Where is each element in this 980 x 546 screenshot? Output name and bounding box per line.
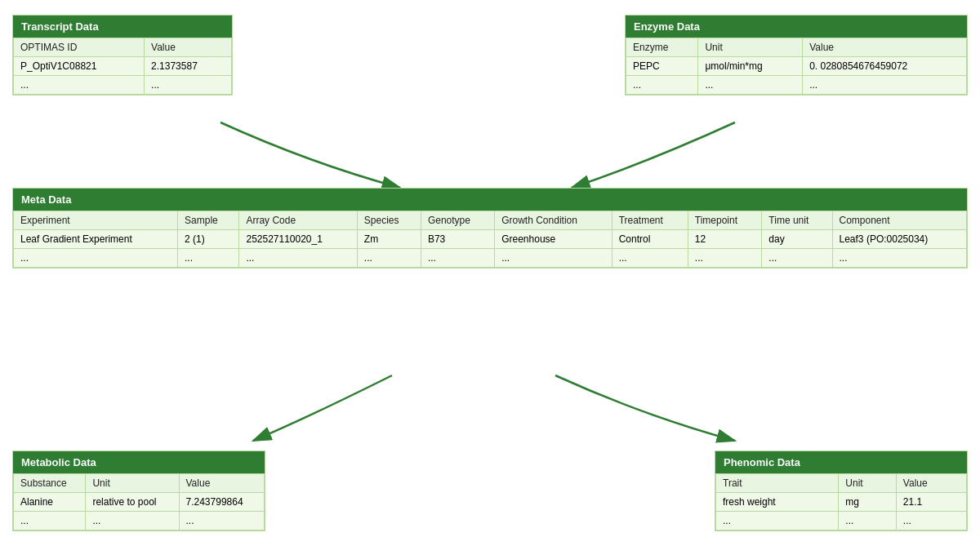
meta-col-8: Time unit bbox=[762, 211, 832, 230]
arrow-meta-to-phenomic bbox=[555, 375, 735, 441]
metabolic-cell-1-3: 7.243799864 bbox=[179, 493, 265, 512]
meta-cell-1-6: Control bbox=[612, 230, 688, 249]
phenomic-cell-1-3: 21.1 bbox=[896, 493, 966, 512]
meta-col-0: Experiment bbox=[14, 211, 178, 230]
arrow-meta-to-metabolic bbox=[253, 375, 392, 441]
meta-row-2: ... ... ... ... ... ... ... ... ... ... bbox=[14, 249, 967, 268]
phenomic-row-2: ... ... ... bbox=[716, 512, 967, 530]
arrow-enzyme-to-meta bbox=[572, 122, 735, 188]
enzyme-title: Enzyme Data bbox=[626, 16, 967, 38]
transcript-row-1: P_OptiV1C08821 2.1373587 bbox=[14, 57, 232, 76]
meta-cell-1-4: B73 bbox=[421, 230, 494, 249]
enzyme-cell-2-1: ... bbox=[626, 76, 698, 95]
phenomic-title: Phenomic Data bbox=[715, 451, 967, 473]
transcript-cell-1-2: 2.1373587 bbox=[145, 57, 232, 76]
metabolic-cell-2-3: ... bbox=[179, 512, 265, 530]
transcript-cell-1-1: P_OptiV1C08821 bbox=[14, 57, 145, 76]
enzyme-row-1: PEPC μmol/min*mg 0. 0280854676459072 bbox=[626, 57, 967, 76]
metabolic-col-2: Unit bbox=[86, 474, 179, 493]
meta-cell-2-6: ... bbox=[612, 249, 688, 268]
main-container: Transcript Data OPTIMAS ID Value P_OptiV… bbox=[0, 0, 980, 546]
metabolic-title: Metabolic Data bbox=[13, 451, 265, 473]
transcript-header-row: OPTIMAS ID Value bbox=[14, 38, 232, 57]
metabolic-table: Substance Unit Value Alanine relative to… bbox=[13, 473, 265, 530]
metabolic-col-1: Substance bbox=[14, 474, 86, 493]
metabolic-cell-2-2: ... bbox=[86, 512, 179, 530]
meta-cell-1-0: Leaf Gradient Experiment bbox=[14, 230, 178, 249]
enzyme-cell-1-1: PEPC bbox=[626, 57, 698, 76]
transcript-table: OPTIMAS ID Value P_OptiV1C08821 2.137358… bbox=[13, 38, 232, 95]
transcript-cell-2-2: ... bbox=[145, 76, 232, 95]
metabolic-row-1: Alanine relative to pool 7.243799864 bbox=[14, 493, 265, 512]
phenomic-header-row: Trait Unit Value bbox=[716, 474, 967, 493]
phenomic-table: Trait Unit Value fresh weight mg 21.1 ..… bbox=[715, 473, 967, 530]
transcript-cell-2-1: ... bbox=[14, 76, 145, 95]
metabolic-cell-1-2: relative to pool bbox=[86, 493, 179, 512]
meta-cell-2-2: ... bbox=[239, 249, 357, 268]
transcript-title: Transcript Data bbox=[13, 16, 232, 38]
transcript-row-2: ... ... bbox=[14, 76, 232, 95]
phenomic-cell-2-2: ... bbox=[839, 512, 897, 530]
enzyme-cell-1-3: 0. 0280854676459072 bbox=[803, 57, 967, 76]
meta-title: Meta Data bbox=[13, 189, 967, 211]
transcript-card: Transcript Data OPTIMAS ID Value P_OptiV… bbox=[12, 15, 233, 95]
meta-cell-2-1: ... bbox=[178, 249, 239, 268]
meta-cell-1-5: Greenhouse bbox=[495, 230, 612, 249]
phenomic-col-1: Trait bbox=[716, 474, 839, 493]
meta-table: Experiment Sample Array Code Species Gen… bbox=[13, 211, 967, 268]
enzyme-row-2: ... ... ... bbox=[626, 76, 967, 95]
phenomic-card: Phenomic Data Trait Unit Value fresh wei… bbox=[715, 451, 968, 531]
meta-cell-2-8: ... bbox=[762, 249, 832, 268]
enzyme-cell-1-2: μmol/min*mg bbox=[698, 57, 803, 76]
enzyme-card: Enzyme Data Enzyme Unit Value PEPC μmol/… bbox=[625, 15, 968, 95]
meta-col-6: Treatment bbox=[612, 211, 688, 230]
enzyme-col-3: Value bbox=[803, 38, 967, 57]
metabolic-card: Metabolic Data Substance Unit Value Alan… bbox=[12, 451, 265, 531]
meta-col-5: Growth Condition bbox=[495, 211, 612, 230]
phenomic-col-2: Unit bbox=[839, 474, 897, 493]
arrow-transcript-to-meta bbox=[220, 122, 400, 188]
meta-row-1: Leaf Gradient Experiment 2 (1) 252527110… bbox=[14, 230, 967, 249]
meta-cell-2-9: ... bbox=[832, 249, 966, 268]
meta-col-3: Species bbox=[357, 211, 421, 230]
phenomic-col-3: Value bbox=[896, 474, 966, 493]
meta-cell-2-0: ... bbox=[14, 249, 178, 268]
enzyme-cell-2-3: ... bbox=[803, 76, 967, 95]
phenomic-row-1: fresh weight mg 21.1 bbox=[716, 493, 967, 512]
transcript-col-2: Value bbox=[145, 38, 232, 57]
metabolic-cell-1-1: Alanine bbox=[14, 493, 86, 512]
phenomic-cell-2-3: ... bbox=[896, 512, 966, 530]
meta-col-1: Sample bbox=[178, 211, 239, 230]
metabolic-header-row: Substance Unit Value bbox=[14, 474, 265, 493]
meta-cell-2-3: ... bbox=[357, 249, 421, 268]
meta-cell-1-2: 252527110020_1 bbox=[239, 230, 357, 249]
meta-cell-1-9: Leaf3 (PO:0025034) bbox=[832, 230, 966, 249]
meta-cell-1-8: day bbox=[762, 230, 832, 249]
transcript-col-1: OPTIMAS ID bbox=[14, 38, 145, 57]
enzyme-col-1: Enzyme bbox=[626, 38, 698, 57]
meta-cell-1-3: Zm bbox=[357, 230, 421, 249]
meta-cell-2-4: ... bbox=[421, 249, 494, 268]
meta-cell-2-7: ... bbox=[688, 249, 762, 268]
enzyme-col-2: Unit bbox=[698, 38, 803, 57]
phenomic-cell-1-1: fresh weight bbox=[716, 493, 839, 512]
metabolic-col-3: Value bbox=[179, 474, 265, 493]
meta-cell-1-1: 2 (1) bbox=[178, 230, 239, 249]
enzyme-header-row: Enzyme Unit Value bbox=[626, 38, 967, 57]
meta-col-2: Array Code bbox=[239, 211, 357, 230]
metabolic-row-2: ... ... ... bbox=[14, 512, 265, 530]
meta-card: Meta Data Experiment Sample Array Code S… bbox=[12, 188, 968, 269]
meta-col-4: Genotype bbox=[421, 211, 494, 230]
meta-col-9: Component bbox=[832, 211, 966, 230]
metabolic-cell-2-1: ... bbox=[14, 512, 86, 530]
meta-cell-1-7: 12 bbox=[688, 230, 762, 249]
meta-header-row: Experiment Sample Array Code Species Gen… bbox=[14, 211, 967, 230]
enzyme-cell-2-2: ... bbox=[698, 76, 803, 95]
enzyme-table: Enzyme Unit Value PEPC μmol/min*mg 0. 02… bbox=[626, 38, 967, 95]
meta-cell-2-5: ... bbox=[495, 249, 612, 268]
phenomic-cell-2-1: ... bbox=[716, 512, 839, 530]
phenomic-cell-1-2: mg bbox=[839, 493, 897, 512]
meta-col-7: Timepoint bbox=[688, 211, 762, 230]
